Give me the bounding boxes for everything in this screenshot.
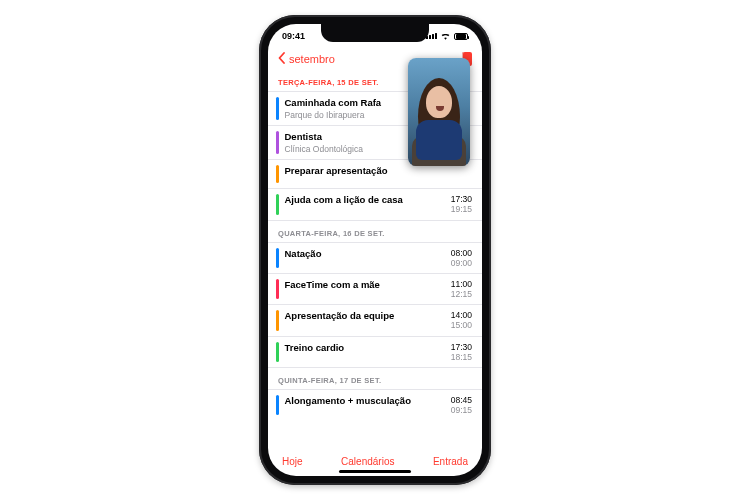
event-title: Treino cardio (285, 342, 445, 354)
back-button[interactable]: setembro (289, 53, 335, 65)
event-row[interactable]: Natação08:0009:00 (268, 242, 482, 273)
event-title: Preparar apresentação (285, 165, 467, 177)
notch (321, 24, 429, 42)
calendar-color-bar (276, 165, 279, 183)
calendar-color-bar (276, 395, 279, 415)
calendar-color-bar (276, 248, 279, 268)
screen: 09:41 setembro TERÇA-FEIRA, 15 DE SET.Ca… (268, 24, 482, 476)
today-button[interactable]: Hoje (282, 456, 303, 467)
phone-frame: 09:41 setembro TERÇA-FEIRA, 15 DE SET.Ca… (259, 15, 491, 485)
event-title: Ajuda com a lição de casa (285, 194, 445, 206)
event-title: Alongamento + musculação (285, 395, 445, 407)
calendar-color-bar (276, 194, 279, 214)
event-times: 17:3018:15 (451, 342, 472, 362)
calendar-color-bar (276, 279, 279, 299)
event-title: FaceTime com a mãe (285, 279, 445, 291)
facetime-pip[interactable] (408, 58, 470, 166)
day-header: QUARTA-FEIRA, 16 DE SET. (268, 220, 482, 242)
event-times: 11:0012:15 (451, 279, 472, 299)
event-row[interactable]: Ajuda com a lição de casa17:3019:15 (268, 188, 482, 219)
clock: 09:41 (282, 31, 305, 41)
back-icon[interactable] (278, 52, 286, 66)
home-indicator[interactable] (339, 470, 411, 473)
event-title: Apresentação da equipe (285, 310, 445, 322)
event-times: 08:0009:00 (451, 248, 472, 268)
calendars-button[interactable]: Calendários (341, 456, 394, 467)
event-row[interactable]: FaceTime com a mãe11:0012:15 (268, 273, 482, 304)
event-times: 08:4509:15 (451, 395, 472, 415)
event-row[interactable]: Alongamento + musculação08:4509:15 (268, 389, 482, 420)
event-row[interactable]: Apresentação da equipe14:0015:00 (268, 304, 482, 335)
event-row[interactable]: Treino cardio17:3018:15 (268, 336, 482, 367)
calendar-color-bar (276, 342, 279, 362)
event-times: 17:3019:15 (451, 194, 472, 214)
event-title: Natação (285, 248, 445, 260)
inbox-button[interactable]: Entrada (433, 456, 468, 467)
calendar-color-bar (276, 97, 279, 120)
calendar-color-bar (276, 310, 279, 330)
battery-icon (454, 33, 468, 40)
pip-video (408, 58, 470, 166)
event-times: 14:0015:00 (451, 310, 472, 330)
calendar-color-bar (276, 131, 279, 154)
day-header: QUINTA-FEIRA, 17 DE SET. (268, 367, 482, 389)
wifi-icon (440, 31, 451, 42)
